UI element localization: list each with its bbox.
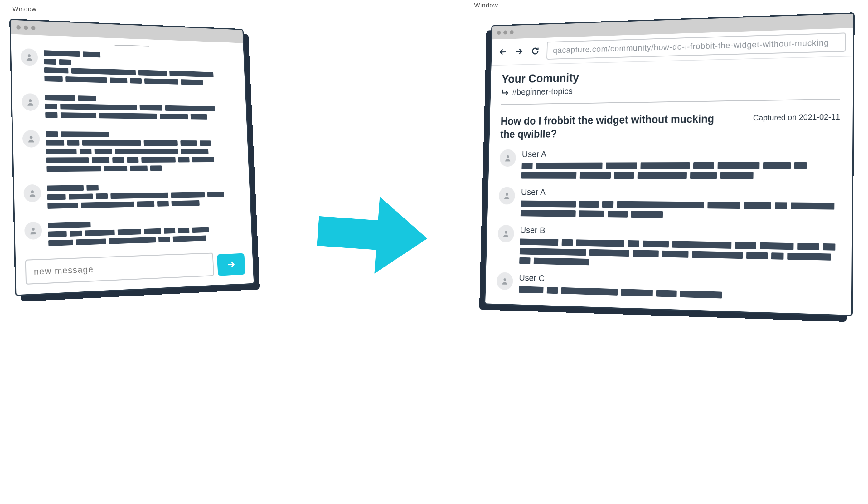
svg-point-0 (28, 54, 31, 57)
chat-message (21, 48, 237, 89)
traffic-light-dot (31, 26, 35, 30)
user-icon (501, 277, 509, 285)
reload-icon (531, 47, 540, 55)
user-icon (502, 229, 510, 238)
user-icon (25, 53, 34, 61)
arrow-right-icon (515, 47, 523, 56)
post-username: User A (521, 187, 840, 199)
thread-post: User C (497, 272, 839, 302)
post-content-redacted (519, 239, 839, 271)
svg-point-4 (32, 228, 35, 231)
avatar (500, 149, 516, 167)
arrow-right-icon (226, 259, 236, 270)
svg-point-9 (506, 193, 508, 196)
chat-message (21, 93, 239, 123)
sublevel-icon (501, 88, 509, 97)
traffic-light-dot (510, 30, 514, 34)
captured-timestamp: Captured on 2021-02-11 (753, 112, 840, 123)
chat-message (23, 182, 242, 212)
thread-post: User B (497, 225, 839, 271)
post-username: User B (520, 225, 839, 240)
message-input[interactable] (25, 252, 214, 285)
reload-button[interactable] (530, 46, 540, 56)
avatar (24, 222, 42, 240)
back-button[interactable] (498, 47, 508, 57)
chat-message (24, 216, 244, 250)
divider (501, 99, 840, 105)
svg-line-5 (228, 264, 233, 265)
window-label-left: Window (12, 6, 37, 13)
arrow-left-icon (499, 48, 507, 56)
avatar (21, 93, 39, 111)
avatar (497, 272, 513, 290)
avatar (21, 48, 38, 66)
chat-message (22, 130, 241, 175)
divider (115, 44, 149, 47)
user-icon (503, 192, 511, 200)
traffic-light-dot (16, 25, 21, 30)
user-icon (27, 134, 35, 143)
avatar (499, 187, 515, 204)
svg-point-1 (29, 99, 31, 102)
transform-arrow-icon (312, 187, 431, 283)
avatar (23, 184, 41, 202)
channel-name: #beginner-topics (512, 86, 573, 97)
user-icon (28, 189, 37, 198)
thread-title: How do I frobbit the widget without muck… (500, 112, 715, 140)
svg-point-8 (507, 155, 509, 158)
window-label-right: Window (474, 2, 498, 9)
avatar (22, 130, 40, 147)
thread-post: User A (499, 148, 840, 179)
compose-area (25, 252, 245, 285)
traffic-light-dot (497, 31, 500, 34)
user-icon (504, 154, 512, 162)
send-button[interactable] (217, 253, 245, 276)
chat-window (9, 19, 255, 296)
svg-point-11 (503, 278, 506, 281)
post-username: User A (522, 148, 840, 159)
web-window: qacapture.com/community/how-do-i-frobbit… (484, 12, 855, 316)
forward-button[interactable] (514, 46, 524, 57)
thread-post: User A (498, 187, 840, 220)
svg-point-3 (31, 190, 34, 193)
traffic-light-dot (24, 26, 28, 30)
avatar (498, 225, 514, 242)
url-bar[interactable]: qacapture.com/community/how-do-i-frobbit… (546, 32, 846, 60)
svg-point-10 (505, 231, 507, 234)
traffic-light-dot (503, 30, 507, 34)
post-content-redacted (521, 162, 840, 179)
post-content-redacted (520, 201, 840, 220)
svg-point-2 (30, 136, 32, 139)
user-icon (26, 98, 35, 107)
user-icon (29, 226, 38, 235)
